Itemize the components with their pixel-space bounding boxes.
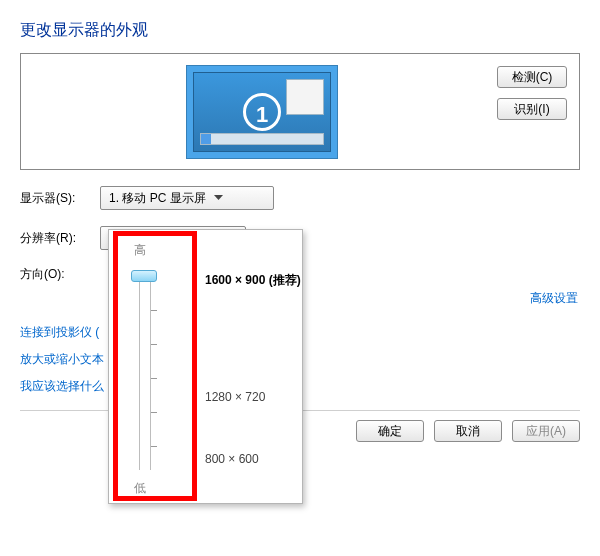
chevron-down-icon [214,195,223,201]
display-preview-box: 1 检测(C) 识别(I) [20,53,580,170]
identify-button[interactable]: 识别(I) [497,98,567,120]
display-dropdown[interactable]: 1. 移动 PC 显示屏 [100,186,274,210]
slider-tick [151,310,157,311]
slider-tick [151,378,157,379]
label-resolution: 分辨率(R): [20,230,100,247]
mini-start-icon [201,134,211,144]
row-display: 显示器(S): 1. 移动 PC 显示屏 [20,186,580,210]
mini-taskbar-icon [200,133,324,145]
mini-window-icon [286,79,324,115]
slider-label-low: 低 [134,480,146,497]
display-dropdown-value: 1. 移动 PC 显示屏 [109,190,206,207]
page-title: 更改显示器的外观 [20,20,580,41]
help-links-column: 连接到投影仪 ( 放大或缩小文本 我应该选择什么 [20,324,104,395]
which-choose-link[interactable]: 我应该选择什么 [20,378,104,395]
resolution-slider-popup: 高 1600 × 900 (推荐) 1280 × 720 800 × 600 低 [108,229,303,504]
magnify-text-link[interactable]: 放大或缩小文本 [20,351,104,368]
resolution-option-720[interactable]: 1280 × 720 [205,390,265,404]
slider-tick [151,344,157,345]
cancel-button[interactable]: 取消 [434,420,502,442]
slider-label-high: 高 [134,242,146,259]
apply-button[interactable]: 应用(A) [512,420,580,442]
side-button-group: 检测(C) 识别(I) [497,66,567,120]
resolution-option-600[interactable]: 800 × 600 [205,452,259,466]
display-settings-page: 更改显示器的外观 1 检测(C) 识别(I) 显示器(S): 1. 移动 PC … [0,0,600,556]
slider-tick [151,412,157,413]
label-orientation: 方向(O): [20,266,100,283]
resolution-option-recommended[interactable]: 1600 × 900 (推荐) [205,272,301,289]
resolution-slider-track[interactable] [139,270,151,470]
detect-button[interactable]: 检测(C) [497,66,567,88]
advanced-settings-link[interactable]: 高级设置 [530,290,578,307]
ok-button[interactable]: 确定 [356,420,424,442]
monitor-number-badge: 1 [243,93,281,131]
connect-projector-link[interactable]: 连接到投影仪 ( [20,324,104,341]
dialog-action-bar: 确定 取消 应用(A) [356,420,580,442]
monitor-thumbnail[interactable]: 1 [186,65,338,159]
label-display: 显示器(S): [20,190,100,207]
monitor-thumbnail-inner: 1 [193,72,331,152]
slider-tick [151,446,157,447]
resolution-slider-thumb[interactable] [131,270,157,282]
